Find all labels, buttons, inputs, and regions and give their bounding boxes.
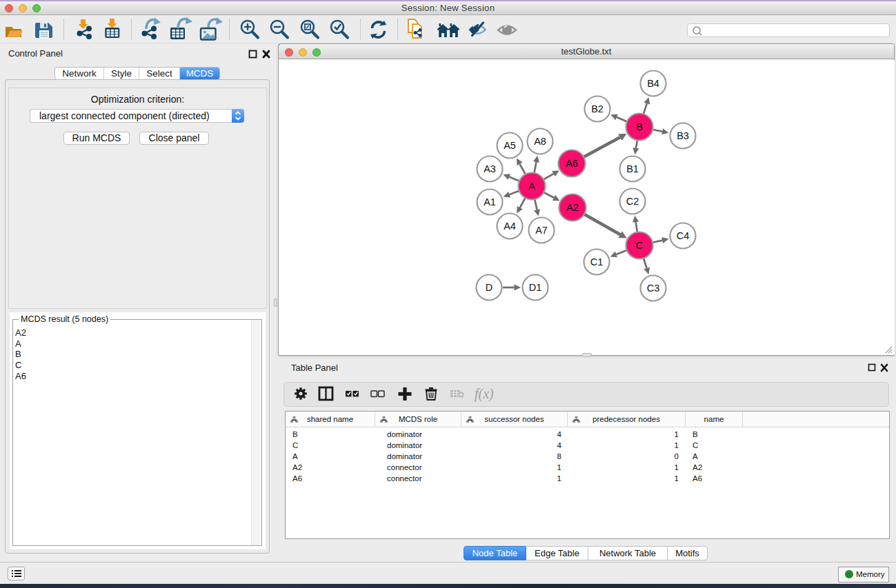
svg-text:A8: A8 [534,136,546,147]
svg-text:A2: A2 [566,202,579,213]
svg-text:A1: A1 [484,196,496,207]
svg-text:A: A [528,181,535,192]
svg-text:B1: B1 [626,163,639,174]
svg-text:C4: C4 [677,230,690,241]
svg-text:B3: B3 [677,130,689,141]
svg-text:A6: A6 [566,158,578,169]
svg-text:B4: B4 [647,78,659,89]
svg-text:A3: A3 [484,163,496,174]
svg-text:D1: D1 [529,282,542,293]
svg-text:A7: A7 [535,225,548,236]
svg-text:B: B [636,121,643,132]
svg-text:f(x): f(x) [475,386,494,402]
svg-text:A4: A4 [504,221,516,232]
svg-text:A5: A5 [504,140,516,151]
svg-text:C3: C3 [647,283,660,294]
svg-text:C2: C2 [626,196,639,207]
svg-text:C: C [636,240,643,251]
svg-text:D: D [486,282,492,293]
svg-text:C1: C1 [590,256,604,267]
svg-text:B2: B2 [591,103,604,114]
